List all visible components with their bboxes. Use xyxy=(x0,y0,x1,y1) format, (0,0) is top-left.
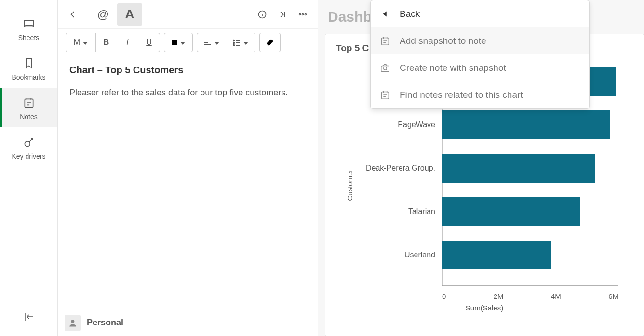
text-size-select[interactable]: M xyxy=(66,33,96,52)
popover-back-button[interactable]: Back xyxy=(371,0,589,27)
note-titlebar: @ A xyxy=(58,0,318,29)
color-group xyxy=(164,33,193,52)
skip-last-button[interactable] xyxy=(272,4,293,25)
svg-rect-15 xyxy=(382,92,389,99)
chart-tick-label: 6M xyxy=(608,292,618,300)
sidebar-item-notes[interactable]: Notes xyxy=(0,88,57,127)
divider xyxy=(86,7,86,22)
chart-category-label: Deak-Perera Group. xyxy=(360,164,442,173)
chart-bar-row: Deak-Perera Group. xyxy=(360,154,618,183)
list-select[interactable] xyxy=(226,33,255,52)
mention-button[interactable]: @ xyxy=(92,3,114,26)
chart-bar[interactable] xyxy=(442,241,551,269)
note-footer: Personal xyxy=(58,309,318,336)
back-triangle-icon xyxy=(379,9,391,19)
link-button[interactable] xyxy=(259,33,281,52)
popover-create-note[interactable]: Create note with snapshot xyxy=(371,54,589,81)
chart-bar[interactable] xyxy=(442,197,580,226)
format-toolbar: M B I U xyxy=(58,29,318,56)
svg-point-8 xyxy=(233,45,234,46)
bookmark-icon xyxy=(23,57,35,69)
chart-category-label: Userland xyxy=(360,251,442,259)
sheet-icon xyxy=(23,17,35,30)
svg-rect-0 xyxy=(25,99,33,107)
svg-point-9 xyxy=(71,320,75,323)
svg-point-4 xyxy=(302,13,304,15)
left-sidebar: Sheets Bookmarks Notes Key drivers xyxy=(0,0,58,336)
svg-point-7 xyxy=(233,42,234,43)
chart-bar-row: Userland xyxy=(360,241,618,269)
svg-point-3 xyxy=(299,13,301,15)
sidebar-item-label: Notes xyxy=(20,113,38,121)
underline-button[interactable]: U xyxy=(138,33,160,52)
chart-bar[interactable] xyxy=(442,154,595,183)
snapshot-popover: Back Add snapshot to note Create note wi… xyxy=(370,0,590,109)
chart-tick-label: 2M xyxy=(494,292,504,300)
svg-point-1 xyxy=(25,141,30,147)
note-body-text[interactable]: Pleaser refer to the sales data for our … xyxy=(69,88,306,98)
chart-bar[interactable] xyxy=(442,110,610,139)
paragraph-group xyxy=(197,33,255,52)
text-color-select[interactable] xyxy=(164,33,192,52)
sidebar-item-sheets[interactable]: Sheets xyxy=(0,9,57,48)
dashboard-area: Dashb Top 5 C Customer ParacelPageWaveDe… xyxy=(318,0,644,336)
svg-point-14 xyxy=(384,67,387,69)
notes-panel: @ A M B I U xyxy=(58,0,318,336)
note-editor[interactable]: Chart – Top 5 Customers Pleaser refer to… xyxy=(58,56,318,309)
note-title[interactable]: Chart – Top 5 Customers xyxy=(69,65,306,80)
chart-tick-label: 0 xyxy=(442,292,446,300)
chart-x-label: Sum(Sales) xyxy=(466,304,503,312)
sidebar-item-label: Key drivers xyxy=(12,152,45,160)
chart-x-ticks: 02M4M6M xyxy=(442,292,618,300)
sidebar-item-bookmarks[interactable]: Bookmarks xyxy=(0,48,57,88)
chart-bar-row: PageWave xyxy=(360,110,618,139)
text-style-group: M B I U xyxy=(66,33,160,52)
align-select[interactable] xyxy=(197,33,226,52)
color-swatch xyxy=(172,40,177,45)
chart-tick-label: 4M xyxy=(551,292,561,300)
svg-point-5 xyxy=(305,13,306,15)
italic-button[interactable]: I xyxy=(117,33,138,52)
camera-icon xyxy=(379,63,391,73)
key-drivers-icon xyxy=(23,136,35,148)
chart-y-label: Customer xyxy=(346,169,354,201)
avatar xyxy=(65,315,81,331)
collapse-sidebar-button[interactable] xyxy=(22,311,36,324)
note-scope-label[interactable]: Personal xyxy=(87,318,123,328)
info-button[interactable] xyxy=(252,4,272,25)
chart-category-label: Talarian xyxy=(360,207,442,216)
format-text-button[interactable]: A xyxy=(117,3,142,26)
notes-icon xyxy=(23,96,35,109)
sidebar-item-label: Sheets xyxy=(18,34,40,41)
notes-icon xyxy=(379,90,391,100)
notes-icon xyxy=(379,36,391,46)
popover-find-notes[interactable]: Find notes related to this chart xyxy=(371,81,589,108)
back-button[interactable] xyxy=(63,4,83,25)
more-options-button[interactable] xyxy=(293,4,313,25)
svg-point-6 xyxy=(233,40,234,41)
svg-rect-12 xyxy=(382,38,389,45)
popover-add-snapshot[interactable]: Add snapshot to note xyxy=(371,27,589,54)
chart-bar-row: Talarian xyxy=(360,197,618,226)
sidebar-item-label: Bookmarks xyxy=(12,73,45,81)
sidebar-item-key-drivers[interactable]: Key drivers xyxy=(0,127,57,167)
chart-category-label: PageWave xyxy=(360,121,442,129)
bold-button[interactable]: B xyxy=(96,33,117,52)
